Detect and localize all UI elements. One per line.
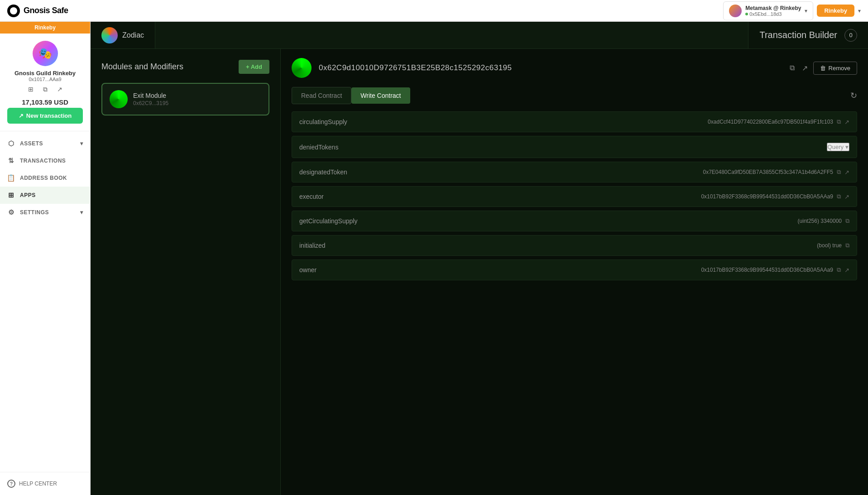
row-value-text: 0xadCcf41D9774022800Ea6c97DB501f4a9F1fc1… xyxy=(708,119,833,125)
new-tx-arrow-icon: ↗ xyxy=(19,112,24,119)
wallet-name: Metamask @ Rinkeby xyxy=(745,5,801,11)
zodiac-icon xyxy=(101,27,118,43)
sidebar-item-settings[interactable]: ⚙ SETTINGS ▾ xyxy=(0,204,90,221)
row-value-text: 0x1017bB92F3368c9B99544531dd0D36CbB0A5AA… xyxy=(701,267,833,273)
row-function-name: designatedToken xyxy=(299,168,347,176)
tx-builder-section: Transaction Builder 0 xyxy=(748,22,868,48)
trash-icon: 🗑 xyxy=(820,65,826,72)
sidebar: Rinkeby 🎭 Gnosis Guild Rinkeby 0x1017...… xyxy=(0,22,91,495)
copy-value-icon[interactable]: ⧉ xyxy=(837,168,841,176)
row-value: (uint256) 3340000 ⧉ xyxy=(798,217,849,225)
copy-value-icon[interactable]: ⧉ xyxy=(837,193,841,200)
help-icon: ? xyxy=(7,480,15,488)
query-button[interactable]: Query ▾ xyxy=(827,143,849,151)
row-value: 0x7E0480Ca9fD50EB7A3855Cf53c347A1b4d6A2F… xyxy=(703,168,849,176)
transactions-icon: ⇅ xyxy=(7,157,15,165)
contract-row: circulatingSupply 0xadCcf41D9774022800Ea… xyxy=(292,111,857,132)
external-link-icon[interactable]: ↗ xyxy=(55,86,64,95)
contract-row: executor 0x1017bB92F3368c9B99544531dd0D3… xyxy=(292,186,857,207)
tab-write-contract[interactable]: Write Contract xyxy=(351,87,410,104)
main-layout: Rinkeby 🎭 Gnosis Guild Rinkeby 0x1017...… xyxy=(0,22,868,495)
account-address: 0x1017...AAa9 xyxy=(7,77,83,82)
row-function-name: deniedTokens xyxy=(299,144,338,151)
tab-read-contract[interactable]: Read Contract xyxy=(292,87,351,104)
contract-row: initialized (bool) true ⧉ xyxy=(292,235,857,256)
wallet-status-dot xyxy=(745,13,748,15)
contract-panel: 0x62C9d10010D9726751B3E25B28c1525292c631… xyxy=(281,49,868,495)
external-contract-icon[interactable]: ↗ xyxy=(800,62,810,74)
copy-value-icon[interactable]: ⧉ xyxy=(837,266,841,274)
contract-row: getCirculatingSupply (uint256) 3340000 ⧉ xyxy=(292,211,857,231)
module-name: Exit Module xyxy=(133,92,168,99)
sidebar-network-badge: Rinkeby xyxy=(0,22,90,34)
tx-builder-title: Transaction Builder xyxy=(759,30,837,40)
network-chevron-icon[interactable]: ▾ xyxy=(858,8,861,14)
chevron-down-icon: ▾ xyxy=(80,209,83,216)
copy-address-icon[interactable]: ⧉ xyxy=(41,86,50,95)
zodiac-app-tab[interactable]: Zodiac xyxy=(91,22,155,48)
module-card[interactable]: Exit Module 0x62C9...3195 xyxy=(101,83,269,115)
sidebar-item-label: SETTINGS xyxy=(20,209,49,216)
apps-icon: ⊞ xyxy=(7,191,15,199)
add-module-button[interactable]: + Add xyxy=(239,60,269,74)
grid-icon[interactable]: ⊞ xyxy=(26,86,35,95)
copy-value-icon[interactable]: ⧉ xyxy=(845,217,849,225)
row-value-text: (bool) true xyxy=(817,242,842,249)
logo-icon xyxy=(7,5,20,17)
row-value-text: (uint256) 3340000 xyxy=(798,218,842,224)
app-content: Modules and Modifiers + Add Exit Module … xyxy=(91,49,868,495)
refresh-contract-icon[interactable]: ↻ xyxy=(850,91,857,101)
wallet-chevron-icon[interactable]: ▾ xyxy=(805,8,807,14)
panel-title: Modules and Modifiers xyxy=(101,62,183,72)
contract-rows: circulatingSupply 0xadCcf41D9774022800Ea… xyxy=(292,111,857,280)
sidebar-item-label: TRANSACTIONS xyxy=(20,158,66,164)
contract-tabs: Read Contract Write Contract ↻ xyxy=(292,87,857,104)
copy-value-icon[interactable]: ⧉ xyxy=(845,242,849,249)
network-button[interactable]: Rinkeby xyxy=(817,5,854,17)
wallet-info: Metamask @ Rinkeby 0x5Ebd...18d3 xyxy=(745,5,801,17)
sidebar-item-transactions[interactable]: ⇅ TRANSACTIONS xyxy=(0,152,90,169)
row-value: 0xadCcf41D9774022800Ea6c97DB501f4a9F1fc1… xyxy=(708,118,849,125)
account-name: Gnosis Guild Rinkeby xyxy=(7,70,83,77)
help-label: HELP CENTER xyxy=(19,481,57,487)
row-function-name: getCirculatingSupply xyxy=(299,217,357,225)
external-value-icon[interactable]: ↗ xyxy=(844,267,849,274)
account-balance: 17,103.59 USD xyxy=(7,98,83,106)
sidebar-item-apps[interactable]: ⊞ APPS xyxy=(0,187,90,204)
row-function-name: initialized xyxy=(299,242,326,249)
external-value-icon[interactable]: ↗ xyxy=(844,119,849,125)
sidebar-account: 🎭 Gnosis Guild Rinkeby 0x1017...AAa9 ⊞ ⧉… xyxy=(0,34,90,131)
contract-row: deniedTokens Query ▾ xyxy=(292,136,857,158)
contract-actions: ⧉ ↗ 🗑 Remove xyxy=(788,62,857,75)
sidebar-item-address-book[interactable]: 📋 ADDRESS BOOK xyxy=(0,169,90,187)
content-area: Zodiac Transaction Builder 0 Modules and… xyxy=(91,22,868,495)
external-value-icon[interactable]: ↗ xyxy=(844,169,849,176)
row-value: Query ▾ xyxy=(827,143,849,151)
row-value: 0x1017bB92F3368c9B99544531dd0D36CbB0A5AA… xyxy=(701,193,849,200)
remove-contract-button[interactable]: 🗑 Remove xyxy=(813,62,857,75)
settings-icon: ⚙ xyxy=(7,208,15,216)
panel-header: Modules and Modifiers + Add xyxy=(101,60,269,74)
external-value-icon[interactable]: ↗ xyxy=(844,193,849,200)
sidebar-item-label: ADDRESS BOOK xyxy=(20,175,67,181)
row-function-name: circulatingSupply xyxy=(299,118,347,125)
wallet-selector[interactable]: Metamask @ Rinkeby 0x5Ebd...18d3 ▾ xyxy=(723,1,813,20)
account-icon-row: ⊞ ⧉ ↗ xyxy=(7,86,83,95)
header-spacer xyxy=(155,22,748,48)
contract-avatar xyxy=(292,58,312,78)
sidebar-item-assets[interactable]: ⬡ ASSETS ▾ xyxy=(0,135,90,152)
module-info: Exit Module 0x62C9...3195 xyxy=(133,92,168,106)
sidebar-item-label: APPS xyxy=(20,192,36,198)
module-avatar xyxy=(110,90,128,108)
topbar-right: Metamask @ Rinkeby 0x5Ebd...18d3 ▾ Rinke… xyxy=(723,1,861,20)
row-value: (bool) true ⧉ xyxy=(817,242,849,249)
sidebar-nav: ⬡ ASSETS ▾ ⇅ TRANSACTIONS 📋 ADDRESS BOOK xyxy=(0,131,90,472)
row-value-text: 0x7E0480Ca9fD50EB7A3855Cf53c347A1b4d6A2F… xyxy=(703,169,833,175)
help-center-item[interactable]: ? HELP CENTER xyxy=(7,480,83,488)
wallet-avatar xyxy=(729,5,742,17)
copy-contract-icon[interactable]: ⧉ xyxy=(788,62,796,74)
copy-value-icon[interactable]: ⧉ xyxy=(837,118,841,125)
logo-text: Gnosis Safe xyxy=(24,6,68,15)
new-transaction-button[interactable]: ↗ New transaction xyxy=(7,108,83,124)
wallet-address: 0x5Ebd...18d3 xyxy=(745,11,801,17)
